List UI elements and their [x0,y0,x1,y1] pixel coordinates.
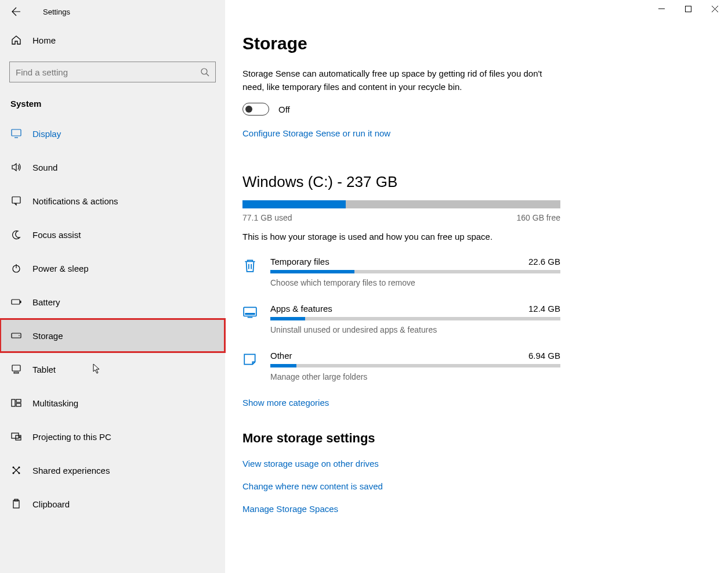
svg-rect-8 [20,301,21,303]
search-input[interactable] [16,67,201,77]
toggle-label: Off [278,104,290,114]
drive-free-text: 160 GB free [517,213,561,222]
close-icon [712,6,718,12]
category-subtitle: Choose which temporary files to remove [270,278,560,287]
svg-rect-22 [13,500,19,508]
category-bar [270,364,560,367]
sidebar-item-power-sleep[interactable]: Power & sleep [0,251,225,285]
sound-icon [10,162,22,172]
window-controls [648,0,728,17]
nav-item-label: Display [32,129,61,139]
category-name: Apps & features [270,304,332,313]
more-link-1[interactable]: Change where new content is saved [242,481,711,491]
sidebar: Settings Home System DisplaySoundNotific… [0,0,225,573]
nav-item-label: Clipboard [32,499,70,509]
home-label: Home [32,35,56,45]
sidebar-item-focus-assist[interactable]: Focus assist [0,218,225,251]
storage-category-apps-features[interactable]: Apps & features12.4 GBUninstall unused o… [242,304,560,334]
nav-item-label: Tablet [32,365,56,374]
maximize-button[interactable] [675,0,701,17]
svg-rect-29 [245,313,255,315]
power-icon [10,263,22,273]
category-name: Other [270,351,292,361]
drive-description: This is how your storage is used and how… [242,232,711,242]
shared-icon [10,465,22,475]
more-link-2[interactable]: Manage Storage Spaces [242,504,711,514]
storage-categories: Temporary files22.6 GBChoose which tempo… [242,257,711,381]
sidebar-item-tablet[interactable]: Tablet [0,352,225,386]
configure-sense-link[interactable]: Configure Storage Sense or run it now [242,128,390,138]
svg-rect-11 [12,365,20,371]
battery-icon [10,297,22,307]
drive-usage-fill [242,200,346,208]
home-nav[interactable]: Home [0,23,225,57]
storage-category-other[interactable]: Other6.94 GBManage other large folders [242,351,560,381]
svg-rect-4 [12,197,20,203]
category-subtitle: Uninstall unused or undesired apps & fea… [270,325,560,334]
apps-icon [242,304,270,334]
more-link-0[interactable]: View storage usage on other drives [242,459,711,469]
nav-item-label: Notifications & actions [32,196,118,206]
projecting-icon [10,431,22,442]
nav-item-label: Projecting to this PC [32,432,111,442]
moon-icon [10,229,22,240]
more-links: View storage usage on other drivesChange… [242,459,711,514]
storage-sense-toggle[interactable] [242,103,269,116]
storage-category-temporary-files[interactable]: Temporary files22.6 GBChoose which tempo… [242,257,560,287]
search-icon [201,68,209,77]
category-subtitle: Manage other large folders [270,372,560,381]
drive-title: Windows (C:) - 237 GB [242,173,711,191]
category-size: 22.6 GB [528,257,560,266]
close-button[interactable] [701,0,728,17]
sidebar-item-multitasking[interactable]: Multitasking [0,386,225,420]
trash-icon [242,257,270,287]
svg-point-19 [19,467,20,469]
minimize-button[interactable] [648,0,675,17]
svg-point-18 [13,467,15,469]
sidebar-item-shared-experiences[interactable]: Shared experiences [0,453,225,487]
sidebar-item-storage[interactable]: Storage [0,319,225,352]
titlebar-title: Settings [43,8,70,16]
category-bar [270,317,560,320]
category-bar [270,270,560,273]
nav-item-label: Battery [32,297,60,307]
nav-item-label: Focus assist [32,230,81,240]
arrow-left-icon [12,7,21,16]
nav-item-label: Storage [32,331,63,341]
section-label: System [10,99,225,109]
sidebar-item-notifications-actions[interactable]: Notifications & actions [0,184,225,218]
storage-sense-description: Storage Sense can automatically free up … [242,67,544,93]
nav-item-label: Sound [32,163,57,172]
display-icon [10,128,22,139]
svg-rect-13 [12,399,15,406]
drive-stats: 77.1 GB used 160 GB free [242,213,560,222]
tablet-icon [10,364,22,374]
storage-sense-toggle-row: Off [242,103,711,116]
category-name: Temporary files [270,257,329,266]
titlebar: Settings [0,0,225,23]
category-size: 6.94 GB [528,351,560,361]
back-button[interactable] [10,6,22,17]
clipboard-icon [10,499,22,509]
search-box[interactable] [9,62,216,82]
nav-item-label: Shared experiences [32,466,110,475]
sidebar-item-projecting-to-this-pc[interactable]: Projecting to this PC [0,420,225,453]
storage-icon [10,330,22,341]
drive-used-text: 77.1 GB used [242,213,292,222]
svg-point-21 [19,473,20,474]
sidebar-item-sound[interactable]: Sound [0,150,225,184]
notifications-icon [10,196,22,206]
svg-rect-12 [14,372,19,373]
show-more-categories-link[interactable]: Show more categories [242,398,329,408]
nav-item-label: Multitasking [32,398,78,408]
svg-rect-15 [16,403,21,406]
sidebar-item-battery[interactable]: Battery [0,285,225,319]
category-size: 12.4 GB [528,304,560,313]
sidebar-item-clipboard[interactable]: Clipboard [0,487,225,521]
nav-item-label: Power & sleep [32,264,89,273]
folder-icon [242,351,270,381]
sidebar-item-display[interactable]: Display [0,117,225,150]
maximize-icon [685,6,691,12]
minimize-icon [658,6,665,12]
home-icon [10,35,22,45]
